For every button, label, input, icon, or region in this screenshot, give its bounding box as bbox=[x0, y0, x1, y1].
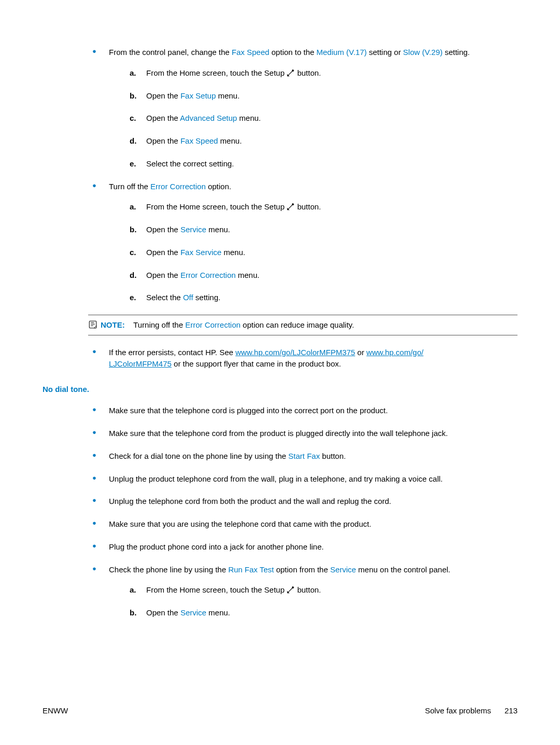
bullet-fax-speed: From the control panel, change the Fax S… bbox=[92, 47, 517, 170]
step-marker: c. bbox=[130, 113, 136, 124]
step-b: b. Open the Fax Setup menu. bbox=[130, 90, 517, 102]
footer-section: Solve fax problems bbox=[425, 706, 491, 715]
bullet: Unplug the product telephone cord from t… bbox=[92, 473, 517, 485]
step-b: b. Open the Service menu. bbox=[130, 224, 517, 235]
step-marker: e. bbox=[130, 292, 136, 303]
step-d: d. Open the Error Correction menu. bbox=[130, 270, 517, 281]
note-label: NOTE: bbox=[101, 320, 125, 329]
bullet-text: Turn off the Error Correction option. bbox=[109, 182, 231, 191]
note-icon bbox=[88, 320, 97, 329]
step-marker: a. bbox=[130, 67, 136, 79]
step-c: c. Open the Fax Service menu. bbox=[130, 247, 517, 258]
bullet: Make sure that you are using the telepho… bbox=[92, 518, 517, 530]
bullet: Make sure that the telephone cord is plu… bbox=[92, 405, 517, 416]
bullet-contact-hp: If the error persists, contact HP. See w… bbox=[92, 347, 517, 370]
step-d: d. Open the Fax Speed menu. bbox=[130, 135, 517, 147]
link-m375[interactable]: www.hp.com/go/LJColorMFPM375 bbox=[235, 348, 355, 357]
step-marker: d. bbox=[130, 270, 136, 281]
step-a: a. From the Home screen, touch the Setup… bbox=[130, 201, 517, 213]
step-marker: a. bbox=[130, 584, 136, 596]
step-marker: d. bbox=[130, 135, 136, 147]
setup-icon bbox=[287, 585, 295, 594]
bullet: Unplug the telephone cord from both the … bbox=[92, 496, 517, 507]
heading-no-dial-tone: No dial tone. bbox=[43, 385, 517, 393]
step-a: a. From the Home screen, touch the Setup… bbox=[130, 67, 517, 79]
step-e: e. Select the correct setting. bbox=[130, 158, 517, 170]
step-marker: c. bbox=[130, 247, 136, 258]
footer-left: ENWW bbox=[43, 706, 68, 715]
setup-icon bbox=[287, 202, 295, 210]
bullet-text: From the control panel, change the Fax S… bbox=[109, 48, 470, 57]
step-c: c. Open the Advanced Setup menu. bbox=[130, 113, 517, 124]
page-number: 213 bbox=[505, 706, 517, 715]
bullet: Plug the product phone cord into a jack … bbox=[92, 541, 517, 553]
bullet-error-correction: Turn off the Error Correction option. a.… bbox=[92, 181, 517, 304]
footer: ENWW Solve fax problems 213 bbox=[43, 706, 517, 715]
step-a: a. From the Home screen, touch the Setup… bbox=[130, 584, 517, 596]
setup-icon bbox=[287, 68, 295, 77]
step-e: e. Select the Off setting. bbox=[130, 292, 517, 303]
link-m475-b[interactable]: LJColorMFPM475 bbox=[109, 359, 172, 368]
bullet: Check for a dial tone on the phone line … bbox=[92, 451, 517, 462]
bullet: Check the phone line by using the Run Fa… bbox=[92, 564, 517, 619]
step-b: b. Open the Service menu. bbox=[130, 607, 517, 619]
link-m475-a[interactable]: www.hp.com/go/ bbox=[367, 348, 424, 357]
step-marker: b. bbox=[130, 607, 136, 619]
step-marker: e. bbox=[130, 158, 136, 170]
step-marker: b. bbox=[130, 90, 136, 102]
bullet: Make sure that the telephone cord from t… bbox=[92, 428, 517, 439]
step-marker: b. bbox=[130, 224, 136, 235]
note-box: NOTE: Turning off the Error Correction o… bbox=[88, 315, 517, 335]
step-marker: a. bbox=[130, 201, 136, 213]
